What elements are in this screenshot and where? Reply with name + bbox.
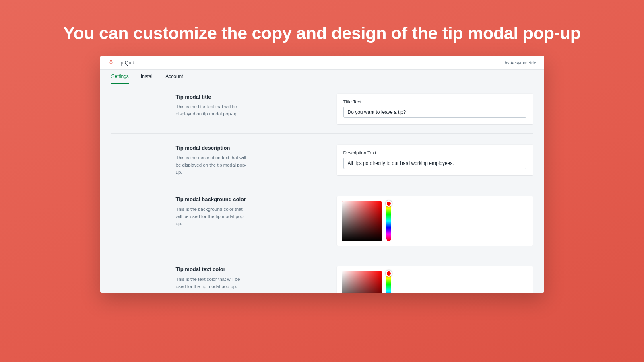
setting-row-description: Tip modal description This is the descri… (111, 133, 533, 185)
app-window: Tip Quik by Aesymmetric Settings Install… (100, 56, 544, 293)
setting-description: This is the text color that will be used… (176, 276, 248, 290)
saturation-panel[interactable] (342, 201, 382, 241)
description-field-label: Description Text (343, 150, 526, 155)
setting-heading: Tip modal description (176, 145, 321, 151)
hue-slider[interactable] (386, 271, 391, 293)
setting-row-text-color: Tip modal text color This is the text co… (111, 255, 533, 293)
settings-panel: Tip modal title This is the title text t… (100, 84, 544, 293)
app-name: Tip Quik (117, 60, 135, 66)
svg-point-0 (111, 62, 111, 62)
setting-description: This is the background color that will b… (176, 206, 248, 227)
hero-title: You can customize the copy and design of… (63, 23, 580, 43)
setting-row-title: Tip modal title This is the title text t… (111, 84, 533, 133)
tab-install[interactable]: Install (141, 70, 153, 84)
description-card: Description Text (337, 145, 533, 175)
saturation-panel[interactable] (342, 271, 382, 293)
title-card: Title Text (337, 94, 533, 124)
tab-account[interactable]: Account (165, 70, 183, 84)
description-text-input[interactable] (343, 158, 526, 169)
app-brand: Tip Quik (108, 60, 135, 66)
setting-heading: Tip modal title (176, 94, 321, 100)
bg-color-picker (337, 196, 533, 246)
tip-quik-icon (108, 60, 114, 66)
setting-row-bg-color: Tip modal background color This is the b… (111, 185, 533, 255)
app-header: Tip Quik by Aesymmetric (100, 56, 544, 70)
title-field-label: Title Text (343, 99, 526, 104)
setting-heading: Tip modal text color (176, 266, 321, 272)
hue-thumb[interactable] (386, 270, 392, 277)
setting-heading: Tip modal background color (176, 196, 321, 202)
tabs: Settings Install Account (100, 70, 544, 84)
app-byline: by Aesymmetric (505, 60, 536, 65)
setting-description: This is the description text that will b… (176, 154, 248, 176)
setting-description: This is the title text that will be disp… (176, 103, 248, 118)
text-color-picker (337, 266, 533, 293)
hue-slider[interactable] (386, 201, 391, 241)
hue-thumb[interactable] (386, 200, 392, 207)
tab-settings[interactable]: Settings (111, 70, 129, 84)
title-text-input[interactable] (343, 107, 526, 118)
